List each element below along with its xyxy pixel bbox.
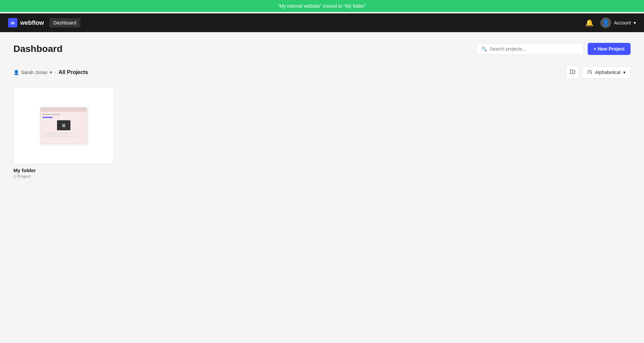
mini-title: My website for selling stuff	[43, 114, 85, 115]
main-content: Dashboard 🔍 + New Project 👤 Sarah Jonas …	[0, 32, 644, 190]
bell-icon: 🔔	[585, 19, 594, 26]
logo-text: webflow	[20, 19, 44, 26]
filter-row: 👤 Sarah Jonas ▾ › All Projects	[13, 66, 631, 79]
avatar: 👤	[600, 17, 611, 28]
sort-icon	[587, 69, 592, 76]
navbar-actions: 🔔 👤 Account ▾	[584, 17, 636, 28]
page-title: Dashboard	[13, 44, 62, 54]
user-icon: 👤	[13, 70, 19, 75]
mini-image-icon: 🖼	[62, 124, 65, 127]
mini-dot-2	[44, 109, 45, 110]
breadcrumb-separator: ›	[55, 70, 56, 75]
folder-thumbnail: My website for selling stuff 🖼	[13, 87, 114, 164]
folder-add-icon	[570, 69, 576, 76]
page-header: Dashboard 🔍 + New Project	[13, 43, 631, 55]
add-folder-button[interactable]	[566, 66, 579, 79]
nav-item-dashboard[interactable]: Dashboard	[49, 18, 80, 27]
mini-line-1	[43, 133, 76, 133]
mini-image: 🖼	[57, 120, 70, 130]
new-project-label: + New Project	[594, 46, 625, 52]
mini-dot-1	[42, 109, 43, 110]
user-chevron-icon: ▾	[50, 70, 52, 75]
mini-preview: My website for selling stuff 🖼	[40, 107, 87, 144]
folder-name: My folder	[13, 167, 114, 173]
breadcrumb-username: Sarah Jonas	[21, 70, 48, 75]
avatar-icon: 👤	[602, 19, 609, 26]
navbar: w webflow Dashboard 🔔 👤 Account ▾	[0, 13, 644, 32]
mini-dot-3	[45, 109, 46, 110]
folder-card[interactable]: My website for selling stuff 🖼 My folder…	[13, 87, 114, 179]
projects-grid: My website for selling stuff 🖼 My folder…	[13, 87, 631, 179]
sort-chevron-icon: ▾	[623, 70, 626, 75]
header-actions: 🔍 + New Project	[476, 43, 631, 55]
toast-notification: "My internet website" moved to "My folde…	[0, 0, 644, 12]
search-box: 🔍	[476, 43, 584, 55]
breadcrumb-current: All Projects	[59, 69, 88, 75]
logo[interactable]: w webflow	[8, 18, 44, 27]
mini-preview-header	[41, 108, 87, 112]
folder-project-count: 1 Project	[13, 174, 114, 179]
mini-preview-body: My website for selling stuff 🖼	[41, 112, 87, 139]
filter-actions: Alphabetical ▾	[566, 66, 631, 79]
mini-accent	[43, 117, 53, 118]
account-button[interactable]: 👤 Account ▾	[600, 17, 636, 28]
mini-line-2	[43, 134, 68, 135]
mini-line-3	[43, 136, 76, 137]
chevron-down-icon: ▾	[634, 20, 636, 25]
notifications-button[interactable]: 🔔	[584, 17, 595, 28]
search-input[interactable]	[490, 46, 579, 52]
breadcrumb-user[interactable]: 👤 Sarah Jonas ▾	[13, 70, 52, 75]
breadcrumb: 👤 Sarah Jonas ▾ › All Projects	[13, 69, 88, 75]
sort-button[interactable]: Alphabetical ▾	[582, 66, 631, 79]
logo-mark: w	[8, 18, 17, 27]
toast-message: "My internet website" moved to "My folde…	[278, 3, 366, 9]
new-project-button[interactable]: + New Project	[588, 43, 631, 55]
account-label: Account	[614, 20, 631, 25]
search-icon: 🔍	[481, 46, 487, 52]
sort-label: Alphabetical	[595, 70, 621, 75]
